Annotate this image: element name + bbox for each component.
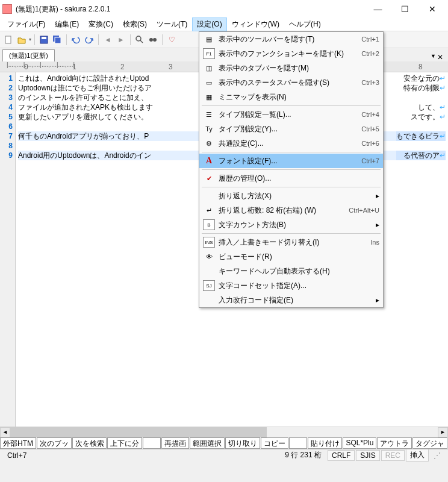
scroll-right-icon[interactable]: ► xyxy=(438,427,448,437)
blank-icon xyxy=(203,190,215,201)
horizontal-scrollbar[interactable]: ◄ ► xyxy=(0,427,448,437)
tool-icon[interactable]: ♡ xyxy=(166,34,178,46)
status-insert-mode: 挿入 xyxy=(406,449,429,462)
svg-point-8 xyxy=(153,38,157,42)
svg-rect-2 xyxy=(42,37,46,39)
resize-grip-icon[interactable]: ⋰ xyxy=(429,451,446,460)
menu-item[interactable]: 入力改行コード指定(E)▸ xyxy=(199,293,383,307)
binoculars-icon[interactable] xyxy=(147,34,159,46)
menu-1[interactable]: 編集(E) xyxy=(50,17,84,31)
menu-item[interactable]: INS挿入／上書きモード切り替え(I)Ins xyxy=(199,235,383,249)
menu-item-label: 文字コードセット指定(A)... xyxy=(219,281,379,291)
menu-item[interactable]: ✔履歴の管理(O)... xyxy=(199,171,383,186)
status-position: 9 行 231 桁 xyxy=(280,450,326,460)
menu-item[interactable]: Aフォント設定(F)...Ctrl+7 xyxy=(199,154,383,168)
common-icon: ⚙ xyxy=(203,138,215,149)
ins-icon: INS xyxy=(203,237,215,248)
new-file-icon[interactable] xyxy=(2,34,14,46)
tabs-icon: ◫ xyxy=(203,63,215,74)
menu-4[interactable]: ツール(T) xyxy=(152,17,192,31)
menu-item[interactable]: ⚙共通設定(C)...Ctrl+6 xyxy=(199,136,383,151)
func-key-12[interactable]: SQL*Plu xyxy=(343,437,376,449)
menu-7[interactable]: ヘルプ(H) xyxy=(284,17,326,31)
func-key-10 xyxy=(289,437,307,449)
font-icon: A xyxy=(203,155,215,166)
status-encoding: SJIS xyxy=(356,450,379,461)
func-key-7[interactable]: 範囲選択 xyxy=(190,437,225,449)
back-icon[interactable]: ◄ xyxy=(102,34,114,46)
close-button[interactable]: ✕ xyxy=(418,1,446,17)
undo-icon[interactable] xyxy=(70,34,82,46)
menu-item[interactable]: Tyタイプ別設定(Y)...Ctrl+5 xyxy=(199,122,383,136)
func-key-1[interactable]: 外部HTM xyxy=(0,437,36,449)
minimize-button[interactable]: — xyxy=(364,1,391,17)
menu-item-label: ビューモード(R) xyxy=(219,252,379,262)
maximize-button[interactable]: ☐ xyxy=(391,1,418,17)
forward-icon[interactable]: ► xyxy=(115,34,127,46)
menu-item[interactable]: ▤表示中のツールバーを隠す(T)Ctrl+1 xyxy=(199,32,383,46)
func-key-6[interactable]: 再描画 xyxy=(161,437,189,449)
menu-2[interactable]: 変換(C) xyxy=(84,17,118,31)
line-gutter: 123456789 xyxy=(0,72,16,427)
status-rec: REC xyxy=(381,450,405,461)
func-key-8[interactable]: 切り取り xyxy=(225,437,260,449)
menu-item[interactable]: ▦ミニマップを表示(N) xyxy=(199,90,383,104)
menu-item-label: 挿入／上書きモード切り替え(I) xyxy=(219,237,364,248)
func-key-4[interactable]: 上下に分 xyxy=(107,437,142,449)
menu-item-label: キーワードヘルプ自動表示する(H) xyxy=(219,266,379,277)
save-icon[interactable] xyxy=(38,34,50,46)
menu-item-label: 表示中のツールバーを隠す(T) xyxy=(219,34,355,45)
func-key-14[interactable]: タグジャ xyxy=(412,437,447,449)
sj-icon: SJ xyxy=(203,280,215,291)
save-all-icon[interactable] xyxy=(51,34,63,46)
svg-line-6 xyxy=(140,40,143,43)
menu-item[interactable]: F1表示中のファンクションキーを隠す(K)Ctrl+2 xyxy=(199,46,383,61)
menu-item-label: 表示中のステータスバーを隠す(S) xyxy=(219,78,355,88)
scroll-left-icon[interactable]: ◄ xyxy=(0,427,10,437)
menu-0[interactable]: ファイル(F) xyxy=(2,17,50,31)
menu-item-label: 表示中のタブバーを隠す(M) xyxy=(219,63,379,74)
menu-item-label: 共通設定(C)... xyxy=(219,139,355,149)
type-icon: Ty xyxy=(203,124,215,134)
menu-item-label: ミニマップを表示(N) xyxy=(219,92,379,102)
search-icon[interactable] xyxy=(134,34,146,46)
menu-3[interactable]: 検索(S) xyxy=(118,17,152,31)
status-hint: Ctrl+7 xyxy=(2,451,31,460)
menu-item[interactable]: ↵折り返し桁数: 82 桁(右端) (W)Ctrl+Alt+U xyxy=(199,203,383,218)
func-key-2[interactable]: 次のブッ xyxy=(37,437,72,449)
tab-close-icon[interactable]: ✕ xyxy=(437,53,443,61)
view-icon: 👁 xyxy=(203,251,215,262)
menu-item[interactable]: ◫表示中のタブバーを隠す(M) xyxy=(199,61,383,75)
byte-icon: B xyxy=(203,219,215,230)
menu-item[interactable]: 折り返し方法(X)▸ xyxy=(199,189,383,203)
func-key-3[interactable]: 次を検索 xyxy=(72,437,107,449)
menu-item[interactable]: ▭表示中のステータスバーを隠す(S)Ctrl+3 xyxy=(199,75,383,90)
menu-item[interactable]: ☰タイプ別設定一覧(L)...Ctrl+4 xyxy=(199,107,383,122)
func-key-13[interactable]: アウトラ xyxy=(377,437,412,449)
menu-item[interactable]: SJ文字コードセット指定(A)... xyxy=(199,278,383,293)
map-icon: ▦ xyxy=(203,92,215,102)
menu-item-label: 折り返し桁数: 82 桁(右端) (W) xyxy=(219,205,343,216)
list-icon: ☰ xyxy=(203,109,215,120)
menu-item[interactable]: キーワードヘルプ自動表示する(H) xyxy=(199,264,383,278)
check-icon: ✔ xyxy=(203,173,215,184)
func-key-9[interactable]: コピー xyxy=(261,437,288,449)
menu-5[interactable]: 設定(O) xyxy=(192,17,226,31)
app-icon xyxy=(2,4,12,14)
redo-icon[interactable] xyxy=(83,34,95,46)
toolbar-icon: ▤ xyxy=(203,34,215,45)
menu-item-label: タイプ別設定(Y)... xyxy=(219,124,355,134)
wrap-icon: ↵ xyxy=(203,205,215,216)
menu-item-label: 文字カウント方法(B) xyxy=(219,220,372,230)
func-key-11[interactable]: 貼り付け xyxy=(308,437,343,449)
menu-item[interactable]: B文字カウント方法(B)▸ xyxy=(199,218,383,232)
tab-menu-icon[interactable]: ▼ xyxy=(431,53,436,61)
statusbar: Ctrl+7 9 行 231 桁 CRLF SJIS REC 挿入 ⋰ xyxy=(0,449,448,461)
func-key-5 xyxy=(143,437,161,449)
open-file-icon[interactable] xyxy=(16,34,28,46)
menu-6[interactable]: ウィンドウ(W) xyxy=(227,17,284,31)
scroll-thumb[interactable] xyxy=(10,427,267,437)
menu-item[interactable]: 👁ビューモード(R) xyxy=(199,249,383,264)
menu-item-label: 表示中のファンクションキーを隠す(K) xyxy=(219,49,355,59)
document-tab[interactable]: (無題)1(更新) xyxy=(2,49,55,61)
